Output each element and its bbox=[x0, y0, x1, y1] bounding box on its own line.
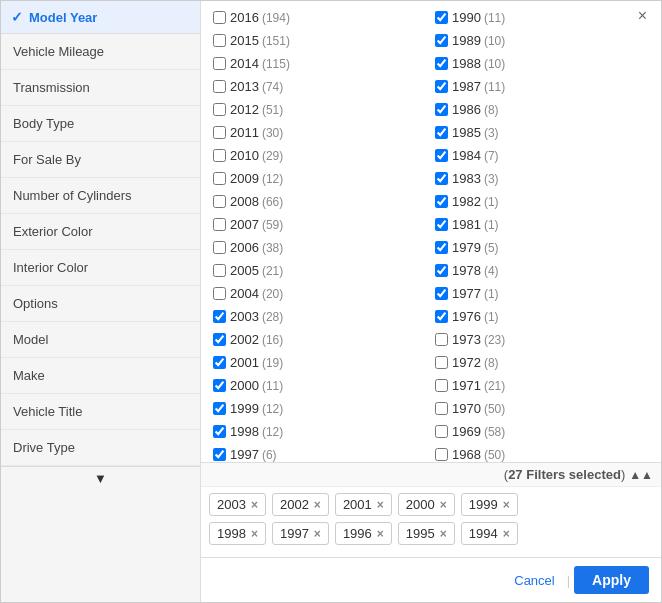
sidebar-item-10[interactable]: Vehicle Title bbox=[1, 394, 200, 430]
sidebar-item-11[interactable]: Drive Type bbox=[1, 430, 200, 466]
sidebar-item-8[interactable]: Model bbox=[1, 322, 200, 358]
checkbox-item: 2007(59) bbox=[209, 214, 431, 235]
close-button[interactable]: × bbox=[632, 5, 653, 27]
checkbox-2005[interactable] bbox=[213, 264, 226, 277]
sidebar-item-6[interactable]: Interior Color bbox=[1, 250, 200, 286]
checkbox-1990[interactable] bbox=[435, 11, 448, 24]
checkbox-1979[interactable] bbox=[435, 241, 448, 254]
tag-remove-button[interactable]: × bbox=[251, 527, 258, 541]
filters-label: Filters selected bbox=[526, 467, 621, 482]
tag-remove-button[interactable]: × bbox=[314, 527, 321, 541]
checkbox-1982[interactable] bbox=[435, 195, 448, 208]
checkbox-2002[interactable] bbox=[213, 333, 226, 346]
checkbox-1970[interactable] bbox=[435, 402, 448, 415]
checkbox-1989[interactable] bbox=[435, 34, 448, 47]
tag-remove-button[interactable]: × bbox=[503, 527, 510, 541]
count-label: (38) bbox=[262, 241, 283, 255]
filters-collapse-icon[interactable]: ▲▲ bbox=[629, 468, 653, 482]
checkbox-2008[interactable] bbox=[213, 195, 226, 208]
sidebar: ✓ Model Year Vehicle MileageTransmission… bbox=[1, 1, 201, 602]
checkbox-1983[interactable] bbox=[435, 172, 448, 185]
checkbox-1998[interactable] bbox=[213, 425, 226, 438]
checkbox-1988[interactable] bbox=[435, 57, 448, 70]
tag-remove-button[interactable]: × bbox=[377, 498, 384, 512]
tag-remove-button[interactable]: × bbox=[440, 527, 447, 541]
checkbox-2015[interactable] bbox=[213, 34, 226, 47]
sidebar-header-label: Model Year bbox=[29, 10, 97, 25]
checkbox-2016[interactable] bbox=[213, 11, 226, 24]
year-label: 1984 bbox=[452, 148, 481, 163]
tag-remove-button[interactable]: × bbox=[251, 498, 258, 512]
checkbox-1981[interactable] bbox=[435, 218, 448, 231]
count-label: (19) bbox=[262, 356, 283, 370]
checkbox-item: 1990(11) bbox=[431, 7, 653, 28]
year-label: 2005 bbox=[230, 263, 259, 278]
checkbox-1984[interactable] bbox=[435, 149, 448, 162]
tag-remove-button[interactable]: × bbox=[377, 527, 384, 541]
sidebar-item-5[interactable]: Exterior Color bbox=[1, 214, 200, 250]
year-label: 1998 bbox=[230, 424, 259, 439]
checkbox-1999[interactable] bbox=[213, 402, 226, 415]
year-label: 1968 bbox=[452, 447, 481, 462]
checkbox-2011[interactable] bbox=[213, 126, 226, 139]
check-icon: ✓ bbox=[11, 9, 23, 25]
cancel-button[interactable]: Cancel bbox=[506, 569, 562, 592]
checkbox-1976[interactable] bbox=[435, 310, 448, 323]
year-label: 1990 bbox=[452, 10, 481, 25]
count-label: (21) bbox=[262, 264, 283, 278]
checkbox-1973[interactable] bbox=[435, 333, 448, 346]
year-label: 2000 bbox=[230, 378, 259, 393]
checkbox-1968[interactable] bbox=[435, 448, 448, 461]
checkbox-1969[interactable] bbox=[435, 425, 448, 438]
year-label: 2013 bbox=[230, 79, 259, 94]
sidebar-item-4[interactable]: Number of Cylinders bbox=[1, 178, 200, 214]
sidebar-item-2[interactable]: Body Type bbox=[1, 106, 200, 142]
year-label: 2016 bbox=[230, 10, 259, 25]
sidebar-item-9[interactable]: Make bbox=[1, 358, 200, 394]
checkbox-2007[interactable] bbox=[213, 218, 226, 231]
checkbox-item: 2014(115) bbox=[209, 53, 431, 74]
year-label: 2011 bbox=[230, 125, 259, 140]
checkbox-2001[interactable] bbox=[213, 356, 226, 369]
count-label: (3) bbox=[484, 126, 499, 140]
sidebar-item-1[interactable]: Transmission bbox=[1, 70, 200, 106]
apply-button[interactable]: Apply bbox=[574, 566, 649, 594]
count-label: (21) bbox=[484, 379, 505, 393]
checkbox-1971[interactable] bbox=[435, 379, 448, 392]
checkbox-2013[interactable] bbox=[213, 80, 226, 93]
sidebar-item-7[interactable]: Options bbox=[1, 286, 200, 322]
count-label: (66) bbox=[262, 195, 283, 209]
checkbox-grid: 2016(194)1990(11)2015(151)1989(10)2014(1… bbox=[201, 1, 661, 462]
checkbox-1997[interactable] bbox=[213, 448, 226, 461]
tag-remove-button[interactable]: × bbox=[440, 498, 447, 512]
sidebar-item-0[interactable]: Vehicle Mileage bbox=[1, 34, 200, 70]
tag: 1997× bbox=[272, 522, 329, 545]
count-label: (29) bbox=[262, 149, 283, 163]
checkbox-2014[interactable] bbox=[213, 57, 226, 70]
action-bar: Cancel | Apply bbox=[201, 557, 661, 602]
tag-remove-button[interactable]: × bbox=[503, 498, 510, 512]
checkbox-item: 2002(16) bbox=[209, 329, 431, 350]
checkbox-2003[interactable] bbox=[213, 310, 226, 323]
checkbox-1986[interactable] bbox=[435, 103, 448, 116]
checkbox-2006[interactable] bbox=[213, 241, 226, 254]
checkbox-2010[interactable] bbox=[213, 149, 226, 162]
sidebar-item-3[interactable]: For Sale By bbox=[1, 142, 200, 178]
checkbox-1985[interactable] bbox=[435, 126, 448, 139]
checkbox-item: 1998(12) bbox=[209, 421, 431, 442]
count-label: (6) bbox=[262, 448, 277, 462]
checkbox-2012[interactable] bbox=[213, 103, 226, 116]
tag-remove-button[interactable]: × bbox=[314, 498, 321, 512]
checkbox-1972[interactable] bbox=[435, 356, 448, 369]
checkbox-2009[interactable] bbox=[213, 172, 226, 185]
count-label: (16) bbox=[262, 333, 283, 347]
checkbox-1987[interactable] bbox=[435, 80, 448, 93]
checkbox-2004[interactable] bbox=[213, 287, 226, 300]
count-label: (28) bbox=[262, 310, 283, 324]
checkbox-2000[interactable] bbox=[213, 379, 226, 392]
sidebar-scroll-down[interactable]: ▼ bbox=[1, 466, 200, 490]
checkbox-1977[interactable] bbox=[435, 287, 448, 300]
checkbox-item: 1970(50) bbox=[431, 398, 653, 419]
sidebar-header[interactable]: ✓ Model Year bbox=[1, 1, 200, 34]
checkbox-1978[interactable] bbox=[435, 264, 448, 277]
